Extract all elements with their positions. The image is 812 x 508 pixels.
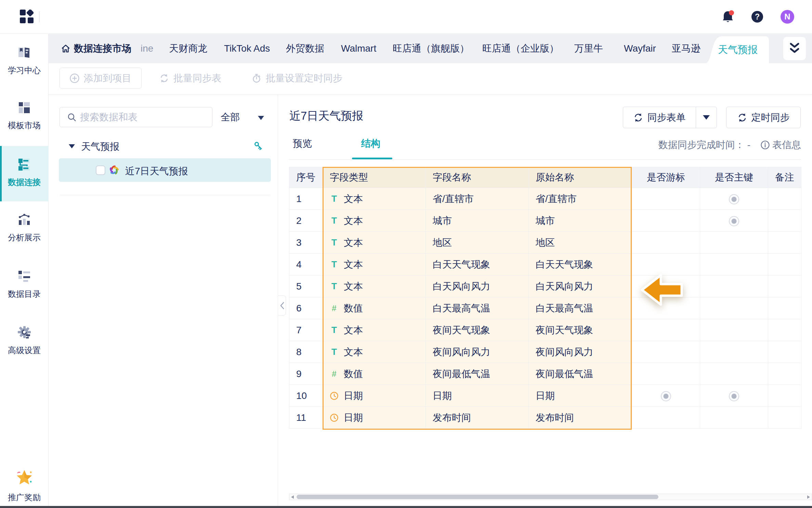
cell-note bbox=[768, 363, 801, 385]
sync-form-dropdown-button[interactable] bbox=[696, 107, 717, 128]
type-label: 文本 bbox=[344, 236, 363, 249]
cell-field-name: 夜间最低气温 bbox=[426, 363, 529, 385]
sidebar-item-2[interactable]: 模板市场 bbox=[0, 89, 49, 145]
cell-primary-key bbox=[700, 210, 768, 232]
cell-note bbox=[768, 341, 801, 363]
advanced-settings-icon bbox=[17, 325, 32, 340]
cell-index: 8 bbox=[289, 341, 323, 363]
dataset-checkbox[interactable] bbox=[96, 165, 105, 175]
app-logo-icon[interactable] bbox=[20, 10, 34, 23]
sync-form-button[interactable]: 同步表单 bbox=[623, 107, 696, 128]
cell-field-type: T文本 bbox=[323, 188, 426, 210]
sync-icon bbox=[633, 113, 643, 122]
cell-field-name: 夜间风向风力 bbox=[426, 341, 529, 363]
sync-time-label: 数据同步完成时间： bbox=[658, 138, 745, 151]
primary-key-radio[interactable] bbox=[729, 391, 739, 401]
cell-primary-key bbox=[700, 341, 768, 363]
add-to-project-button[interactable]: 添加到项目 bbox=[60, 68, 142, 89]
primary-key-radio[interactable] bbox=[729, 194, 739, 204]
search-icon bbox=[67, 113, 76, 122]
table-row: 8 T文本 夜间风向风力 夜间风向风力 bbox=[289, 341, 801, 363]
cell-origin-name: 白天天气现象 bbox=[529, 254, 632, 276]
column-header-6: 是否主键 bbox=[700, 167, 768, 188]
sidebar-item-label: 推广奖励 bbox=[0, 492, 49, 503]
search-input[interactable]: 搜索数据和表 bbox=[60, 107, 212, 127]
tab-structure-active[interactable]: 结构 bbox=[361, 137, 380, 150]
number-type-icon: # bbox=[330, 304, 339, 313]
cell-origin-name: 城市 bbox=[529, 210, 632, 232]
tab-overflow-left[interactable]: ine bbox=[141, 34, 153, 63]
filter-select[interactable]: 全部 bbox=[212, 107, 274, 127]
sidebar-item-6[interactable]: 高级设置 bbox=[0, 314, 49, 370]
svg-text:T: T bbox=[331, 195, 337, 203]
column-header-5: 是否游标 bbox=[632, 167, 700, 188]
tab-connector-2[interactable]: TikTok Ads bbox=[224, 34, 270, 63]
tab-connector-3[interactable]: 外贸数据 bbox=[286, 34, 324, 63]
dataset-item-selected[interactable]: 近7日天气预报 bbox=[59, 158, 271, 182]
tab-weather-forecast-active[interactable]: 天气预报 bbox=[706, 36, 770, 63]
type-label: 文本 bbox=[344, 258, 363, 271]
timed-sync-button[interactable]: 定时同步 bbox=[726, 107, 801, 128]
date-type-icon bbox=[330, 391, 339, 400]
tab-connector-1[interactable]: 天财商龙 bbox=[169, 34, 207, 63]
button-label: 添加到项目 bbox=[84, 72, 132, 85]
cell-cursor bbox=[632, 232, 700, 254]
sync-icon bbox=[737, 113, 747, 122]
cell-field-type: 日期 bbox=[323, 385, 426, 407]
horizontal-scrollbar[interactable] bbox=[289, 494, 812, 500]
plus-circle-icon bbox=[70, 73, 79, 83]
svg-text:#: # bbox=[332, 304, 337, 313]
tabs-expand-button[interactable] bbox=[783, 37, 806, 60]
table-info-button[interactable]: 表信息 bbox=[761, 138, 801, 151]
tutorial-arrow-icon bbox=[640, 272, 683, 308]
analysis-icon bbox=[17, 212, 32, 227]
cell-field-name: 地区 bbox=[426, 232, 529, 254]
text-type-icon: T bbox=[330, 348, 339, 357]
cell-field-type: T文本 bbox=[323, 276, 426, 297]
sidebar-item-reward[interactable]: 推广奖励 bbox=[0, 463, 49, 508]
sidebar-item-5[interactable]: 数据目录 bbox=[0, 258, 49, 313]
key-icon[interactable] bbox=[254, 142, 263, 150]
text-type-icon: T bbox=[330, 282, 339, 291]
tab-connector-8[interactable]: Wayfair bbox=[624, 34, 656, 63]
filter-value: 全部 bbox=[221, 111, 240, 124]
notification-bell-icon[interactable] bbox=[720, 9, 736, 25]
scrollbar-right-arrow[interactable] bbox=[807, 495, 810, 499]
tab-connector-5[interactable]: 旺店通（旗舰版） bbox=[393, 34, 469, 63]
batch-sync-table-button[interactable]: 批量同步表 bbox=[159, 68, 221, 89]
panel-collapse-handle[interactable] bbox=[278, 295, 286, 316]
tab-connector-6[interactable]: 旺店通（企业版） bbox=[482, 34, 559, 63]
tab-preview[interactable]: 预览 bbox=[293, 137, 312, 150]
cell-index: 10 bbox=[289, 385, 323, 407]
sidebar-item-1[interactable]: 学习中心 bbox=[0, 34, 49, 90]
tree-group-weather[interactable]: 天气预报 bbox=[49, 138, 278, 154]
cell-index: 1 bbox=[289, 188, 323, 210]
svg-text:?: ? bbox=[755, 12, 760, 21]
table-row: 7 T文本 夜间天气现象 夜间天气现象 bbox=[289, 319, 801, 341]
tree-collapse-icon[interactable] bbox=[69, 144, 75, 148]
batch-schedule-sync-button[interactable]: 批量设置定时同步 bbox=[252, 68, 342, 89]
primary-key-radio[interactable] bbox=[729, 216, 739, 226]
table-row: 5 T文本 白天风向风力 白天风向风力 bbox=[289, 276, 801, 297]
data-connection-icon bbox=[17, 157, 32, 172]
user-avatar[interactable]: N bbox=[781, 10, 794, 24]
scrollbar-left-arrow[interactable] bbox=[291, 495, 294, 499]
tab-connector-9[interactable]: 亚马逊 bbox=[672, 34, 700, 63]
cell-field-name: 夜间天气现象 bbox=[426, 319, 529, 341]
type-label: 文本 bbox=[344, 346, 363, 359]
cell-origin-name: 夜间风向风力 bbox=[529, 341, 632, 363]
cell-field-name: 省/直辖市 bbox=[426, 188, 529, 210]
cell-field-name: 城市 bbox=[426, 210, 529, 232]
tab-connector-4[interactable]: Walmart bbox=[341, 34, 376, 63]
scrollbar-thumb[interactable] bbox=[297, 495, 658, 499]
batch-toolbar: 添加到项目 批量同步表 批量设置定时同步 bbox=[49, 63, 812, 95]
sidebar-item-3[interactable]: 数据连接 bbox=[0, 146, 49, 201]
sidebar-item-4[interactable]: 分析展示 bbox=[0, 201, 49, 257]
tab-connector-7[interactable]: 万里牛 bbox=[574, 34, 603, 63]
tab-data-connection-market[interactable]: 数据连接市场 bbox=[61, 34, 131, 63]
help-icon[interactable]: ? bbox=[751, 11, 763, 23]
table-row: 11 日期 发布时间 发布时间 bbox=[289, 407, 801, 429]
table-row: 3 T文本 地区 地区 bbox=[289, 232, 801, 254]
cursor-radio[interactable] bbox=[661, 391, 671, 401]
cell-cursor bbox=[632, 407, 700, 429]
